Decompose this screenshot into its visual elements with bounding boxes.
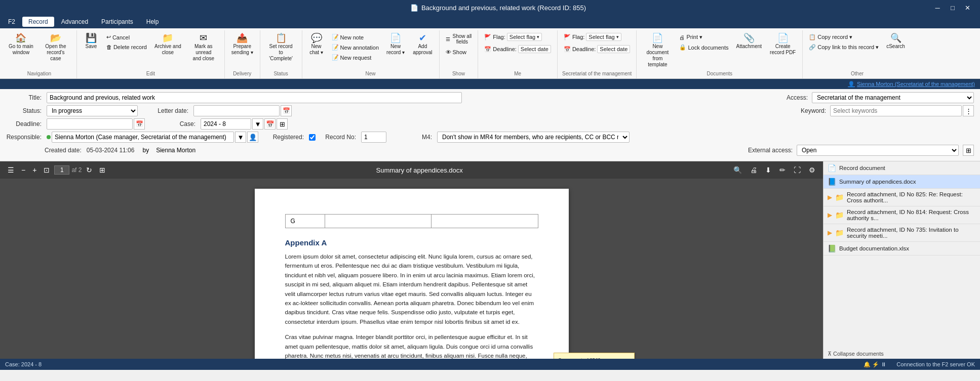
- dual-page-button[interactable]: ⊞: [97, 165, 108, 175]
- menu-record[interactable]: Record: [22, 17, 54, 27]
- status-group-label: Status: [273, 71, 288, 76]
- menu-help[interactable]: Help: [140, 17, 165, 27]
- form-row-status: Status: In progress Letter date: 📅 Keywo…: [6, 105, 974, 116]
- responsible-input[interactable]: [52, 132, 234, 143]
- registered-checkbox[interactable]: [309, 134, 316, 141]
- keyword-input[interactable]: [830, 105, 962, 116]
- menu-f2[interactable]: F2: [2, 17, 21, 27]
- letter-date-label: Letter date:: [153, 107, 188, 114]
- new-request-button[interactable]: 📝 New request: [329, 53, 382, 62]
- external-expand[interactable]: ⊞: [963, 145, 974, 156]
- menu-bar: F2 Record Advanced Participants Help: [0, 15, 980, 28]
- delete-icon: 🗑: [106, 44, 112, 50]
- request-icon: 📝: [332, 54, 339, 61]
- create-pdf-button[interactable]: 📄 Createrecord PDF: [766, 31, 799, 58]
- deadline-date-picker[interactable]: 📅: [134, 118, 145, 130]
- menu-participants[interactable]: Participants: [95, 17, 139, 27]
- select-date-sec-button[interactable]: Select date: [597, 45, 630, 53]
- sidebar-item-attachment-825[interactable]: ▶ 📁 Record attachment, ID No 825: Re: Re…: [824, 189, 980, 206]
- rotate-button[interactable]: ↻: [84, 165, 95, 175]
- set-complete-button[interactable]: 📋 Set record to'Complete': [263, 31, 299, 64]
- letter-date-input[interactable]: [193, 105, 280, 116]
- letter-date-picker[interactable]: 📅: [281, 105, 292, 116]
- status-dot: [47, 135, 51, 139]
- csearch-button[interactable]: 🔍 cSearch: [883, 31, 909, 52]
- mark-unread-button[interactable]: ✉ Mark as unreadand close: [186, 31, 221, 64]
- deadline-input[interactable]: [47, 118, 133, 130]
- minimize-button[interactable]: ─: [930, 2, 945, 13]
- copy-link-button[interactable]: 🔗 Copy link to this record ▾: [806, 43, 882, 52]
- doc-content[interactable]: G Appendix A Lorem ipsum dolor sit amet,…: [0, 179, 823, 359]
- title-input[interactable]: [47, 92, 462, 103]
- annotate-button[interactable]: ✏: [777, 165, 788, 175]
- deadline-icon-sec: 📅: [564, 46, 571, 53]
- external-access-select[interactable]: Open: [797, 145, 959, 156]
- record-no-input[interactable]: [361, 132, 386, 143]
- new-doc-icon: 📄: [652, 33, 663, 43]
- table-cell-empty1: [325, 215, 432, 228]
- fullscreen-button[interactable]: ⛶: [791, 165, 803, 175]
- new-annotation-button[interactable]: 📝 New annotation: [329, 43, 382, 52]
- responsible-person[interactable]: 👤: [247, 132, 258, 143]
- sidebar-item-record-document[interactable]: 📄 Record document: [824, 161, 980, 175]
- show-button[interactable]: 👁 Show: [443, 48, 470, 57]
- new-chat-button[interactable]: 💬 Newchat ▾: [305, 31, 328, 58]
- select-flag-me-button[interactable]: Select flag: [507, 33, 542, 41]
- main-area: ☰ − + ⊡ af 2 ↻ ⊞ Summary of appendices.d…: [0, 161, 980, 359]
- new-doc-template-button[interactable]: 📄 New documentfrom template: [640, 31, 675, 70]
- lock-docs-button[interactable]: 🔒 Lock documents: [676, 43, 731, 52]
- sidebar-item-attachment-814[interactable]: ▶ 📁 Record attachment, ID No 814: Reques…: [824, 206, 980, 224]
- external-access-label: External access:: [748, 147, 793, 154]
- search-doc-button[interactable]: 🔍: [731, 165, 744, 175]
- select-flag-sec-button[interactable]: Select flag: [586, 33, 621, 41]
- fit-width-button[interactable]: ⊡: [41, 165, 52, 175]
- doc-viewer: ☰ − + ⊡ af 2 ↻ ⊞ Summary of appendices.d…: [0, 161, 823, 359]
- close-button[interactable]: ✕: [961, 2, 975, 13]
- print-button[interactable]: 🖨 Print ▾: [676, 32, 731, 42]
- responsible-arrow[interactable]: ▼: [235, 132, 246, 143]
- fields-icon: ☰: [446, 36, 450, 42]
- collapse-docs-button[interactable]: ⊼ Collapse documents: [824, 349, 980, 359]
- case-calendar[interactable]: 📅: [264, 118, 276, 130]
- case-expand[interactable]: ▼: [252, 118, 263, 130]
- show-all-fields-button[interactable]: ☰ Show allfields: [443, 31, 475, 47]
- sidebar-toggle-button[interactable]: ☰: [5, 165, 17, 175]
- copy-record-button[interactable]: 📋 Copy record ▾: [806, 32, 882, 42]
- access-select[interactable]: Secretariat of the management: [812, 92, 974, 103]
- zoom-out-button[interactable]: −: [19, 165, 28, 175]
- status-select[interactable]: In progress: [47, 105, 138, 116]
- user-name[interactable]: Sienna Morton (Secretariat of the manage…: [857, 81, 975, 87]
- maximize-button[interactable]: □: [946, 2, 960, 13]
- print-doc-button[interactable]: 🖨: [748, 165, 760, 175]
- select-date-me-button[interactable]: Select date: [518, 45, 551, 53]
- new-note-button[interactable]: 📝 New note: [329, 32, 382, 42]
- menu-advanced[interactable]: Advanced: [55, 17, 94, 27]
- cancel-button[interactable]: ↩ Cancel: [103, 32, 150, 42]
- window-controls: ─ □ ✕: [930, 2, 975, 13]
- word-icon: 📘: [828, 178, 836, 186]
- save-button[interactable]: 💾 Save: [80, 31, 102, 52]
- deadline-icon-me: 📅: [484, 46, 491, 53]
- open-record-button[interactable]: 📂 Open therecord's case: [38, 31, 73, 64]
- keyword-picker[interactable]: ⋮: [963, 105, 974, 116]
- download-button[interactable]: ⬇: [763, 165, 774, 175]
- prepare-sending-button[interactable]: 📤 Preparesending ▾: [228, 31, 257, 58]
- sidebar-item-summary[interactable]: 📘 Summary of appendices.docx: [824, 175, 980, 189]
- created-by-label: by: [142, 147, 149, 154]
- sidebar-item-attachment-735[interactable]: ▶ 📁 Record attachment, ID No 735: Invita…: [824, 224, 980, 242]
- m4-select[interactable]: Don't show in MR4 for members, who are r…: [437, 132, 630, 143]
- settings-doc-button[interactable]: ⚙: [806, 165, 818, 175]
- sidebar-item-budget[interactable]: 📗 Budget documentation.xlsx: [824, 242, 980, 256]
- zoom-in-button[interactable]: +: [30, 165, 39, 175]
- new-record-button[interactable]: 📄 Newrecord ▾: [383, 31, 408, 58]
- go-main-button[interactable]: 🏠 Go to mainwindow: [5, 31, 37, 58]
- case-expand2[interactable]: ⊞: [277, 118, 288, 130]
- attachment-button[interactable]: 📎 Attachment: [733, 31, 766, 52]
- status-bar: Case: 2024 - 8 🔔 ⚡ ⏸ Connection to the F…: [0, 359, 980, 370]
- case-input[interactable]: [201, 118, 251, 130]
- ribbon-group-edit: 💾 Save ↩ Cancel 🗑 Delete record 📁 Archiv…: [77, 30, 225, 78]
- add-approval-button[interactable]: ✔ Addapproval: [409, 31, 436, 58]
- archive-close-button[interactable]: 📁 Archive andclose: [151, 31, 185, 58]
- page-number-input[interactable]: [54, 165, 69, 175]
- delete-record-button[interactable]: 🗑 Delete record: [103, 43, 150, 52]
